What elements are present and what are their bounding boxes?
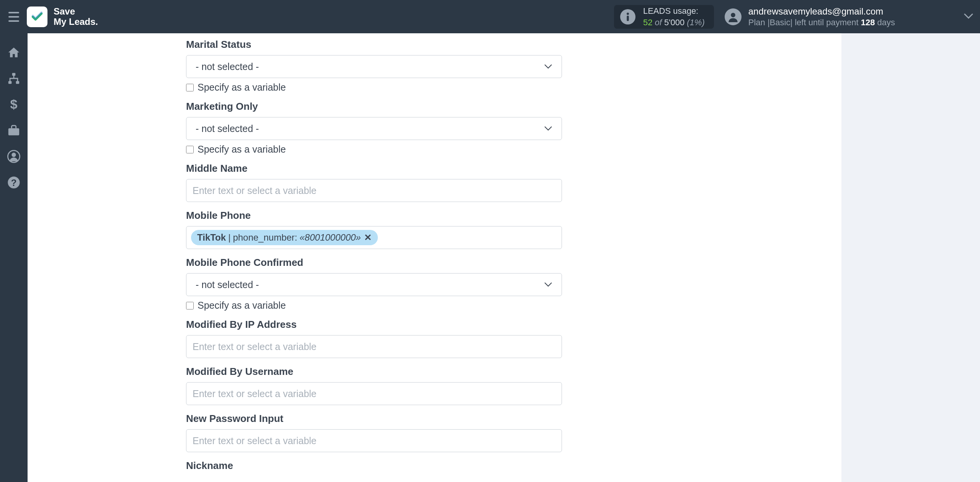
input-modified-by-username-field[interactable] — [193, 388, 555, 399]
select-value: - not selected - — [196, 61, 259, 72]
select-value: - not selected - — [196, 279, 259, 290]
chk-marketing-only-variable[interactable] — [186, 146, 194, 153]
field-new-password-input: New Password Input — [186, 413, 562, 452]
svg-rect-4 — [8, 81, 11, 84]
chk-label: Specify as a variable — [198, 144, 286, 155]
brand-text: Save My Leads. — [54, 7, 98, 27]
svg-point-2 — [731, 13, 735, 17]
tag-source: TikTok — [197, 232, 226, 243]
avatar-icon — [725, 8, 742, 25]
plan-name: Basic — [770, 18, 791, 27]
usage-percent: (1%) — [687, 18, 704, 27]
label-mobile-phone-confirmed: Mobile Phone Confirmed — [186, 257, 562, 269]
svg-rect-1 — [627, 16, 629, 21]
field-middle-name: Middle Name — [186, 163, 562, 202]
brand-line2: My Leads. — [54, 17, 98, 27]
plan-mid: | left until payment — [790, 18, 858, 27]
tag-remove[interactable]: ✕ — [364, 232, 372, 243]
usage-text: LEADS usage: 52 of 5'000 (1%) — [643, 5, 705, 28]
svg-rect-3 — [12, 73, 16, 76]
input-mobile-phone[interactable]: TikTok | phone_number: «8001000000» ✕ — [186, 226, 562, 249]
chevron-down-icon — [544, 126, 552, 131]
chk-label: Specify as a variable — [198, 82, 286, 93]
select-marital-status[interactable]: - not selected - — [186, 55, 562, 78]
tag-key: phone_number: — [233, 232, 297, 243]
label-modified-by-ip: Modified By IP Address — [186, 319, 562, 331]
label-marital-status: Marital Status — [186, 39, 562, 50]
usage-used: 52 — [643, 18, 652, 27]
chevron-down-icon — [544, 282, 552, 287]
select-marketing-only[interactable]: - not selected - — [186, 117, 562, 140]
label-middle-name: Middle Name — [186, 163, 562, 174]
tag-value: «8001000000» — [300, 232, 361, 243]
form-card: Marital Status - not selected - Specify … — [28, 33, 841, 482]
input-middle-name[interactable] — [186, 179, 562, 202]
label-marketing-only: Marketing Only — [186, 101, 562, 112]
user-email: andrewsavemyleads@gmail.com — [748, 6, 895, 17]
label-nickname: Nickname — [186, 460, 562, 472]
field-modified-by-ip: Modified By IP Address — [186, 319, 562, 358]
input-modified-by-username[interactable] — [186, 382, 562, 405]
svg-text:$: $ — [10, 98, 18, 111]
plan-days-word: days — [877, 18, 895, 27]
page: Marital Status - not selected - Specify … — [28, 33, 980, 482]
sidebar: $ ? — [0, 33, 28, 482]
label-mobile-phone: Mobile Phone — [186, 210, 562, 221]
chk-marital-status-variable[interactable] — [186, 84, 194, 91]
user-text: andrewsavemyleads@gmail.com Plan |Basic|… — [748, 6, 895, 28]
select-mobile-phone-confirmed[interactable]: - not selected - — [186, 273, 562, 296]
field-nickname: Nickname — [186, 460, 562, 472]
sidebar-billing[interactable]: $ — [0, 91, 28, 117]
sidebar-home[interactable] — [0, 39, 28, 65]
field-marketing-only: Marketing Only - not selected - Specify … — [186, 101, 562, 155]
usage-label: LEADS usage: — [643, 5, 705, 17]
menu-toggle[interactable] — [5, 8, 22, 26]
chevron-down-icon — [544, 64, 552, 69]
field-marital-status: Marital Status - not selected - Specify … — [186, 39, 562, 93]
svg-point-9 — [11, 153, 16, 157]
select-value: - not selected - — [196, 123, 259, 134]
field-mobile-phone: Mobile Phone TikTok | phone_number: «800… — [186, 210, 562, 249]
sidebar-briefcase[interactable] — [0, 117, 28, 143]
plan-days: 128 — [861, 18, 875, 27]
sidebar-sitemap[interactable] — [0, 65, 28, 91]
input-modified-by-ip[interactable] — [186, 335, 562, 358]
brand[interactable]: Save My Leads. — [27, 7, 98, 27]
chevron-down-icon[interactable] — [964, 13, 973, 20]
info-icon — [620, 9, 635, 24]
input-middle-name-field[interactable] — [193, 185, 555, 196]
usage-total: 5'000 — [664, 18, 684, 27]
field-mobile-phone-confirmed: Mobile Phone Confirmed - not selected - … — [186, 257, 562, 311]
svg-rect-7 — [8, 128, 19, 135]
user-menu[interactable]: andrewsavemyleads@gmail.com Plan |Basic|… — [725, 6, 895, 28]
sidebar-user[interactable] — [0, 143, 28, 169]
plan-prefix: Plan | — [748, 18, 770, 27]
app-header: Save My Leads. LEADS usage: 52 of 5'000 … — [0, 0, 980, 33]
variable-tag: TikTok | phone_number: «8001000000» ✕ — [191, 230, 378, 245]
label-modified-by-username: Modified By Username — [186, 366, 562, 378]
input-new-password-field[interactable] — [193, 435, 555, 446]
usage-of: of — [655, 18, 662, 27]
sidebar-help[interactable]: ? — [0, 169, 28, 195]
svg-rect-5 — [16, 81, 20, 84]
svg-point-0 — [627, 13, 629, 15]
label-new-password-input: New Password Input — [186, 413, 562, 425]
logo-icon — [27, 7, 47, 27]
svg-text:?: ? — [11, 177, 17, 188]
leads-usage-panel[interactable]: LEADS usage: 52 of 5'000 (1%) — [614, 5, 714, 29]
brand-line1: Save — [54, 7, 98, 16]
form-area: Marital Status - not selected - Specify … — [186, 33, 562, 479]
chk-label: Specify as a variable — [198, 300, 286, 311]
input-modified-by-ip-field[interactable] — [193, 341, 555, 352]
input-new-password[interactable] — [186, 429, 562, 452]
chk-mobile-phone-confirmed-variable[interactable] — [186, 302, 194, 309]
field-modified-by-username: Modified By Username — [186, 366, 562, 405]
